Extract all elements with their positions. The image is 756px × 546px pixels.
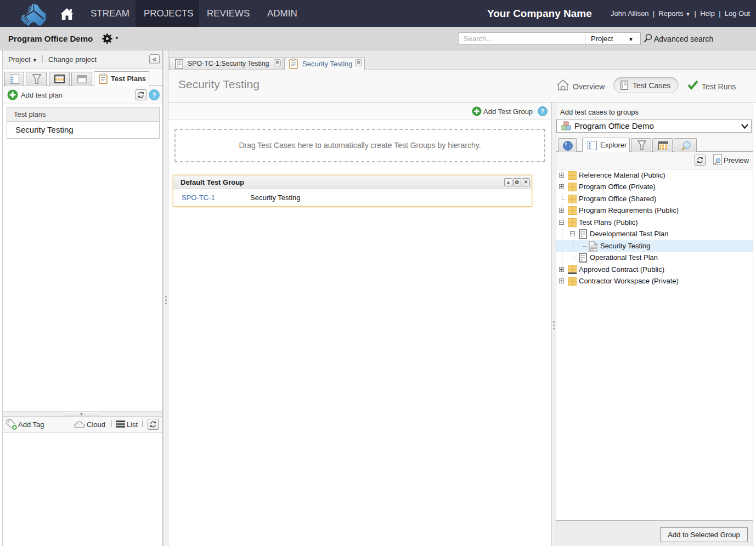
svg-text:?: ? bbox=[152, 92, 156, 99]
svg-text:?: ? bbox=[541, 108, 545, 115]
